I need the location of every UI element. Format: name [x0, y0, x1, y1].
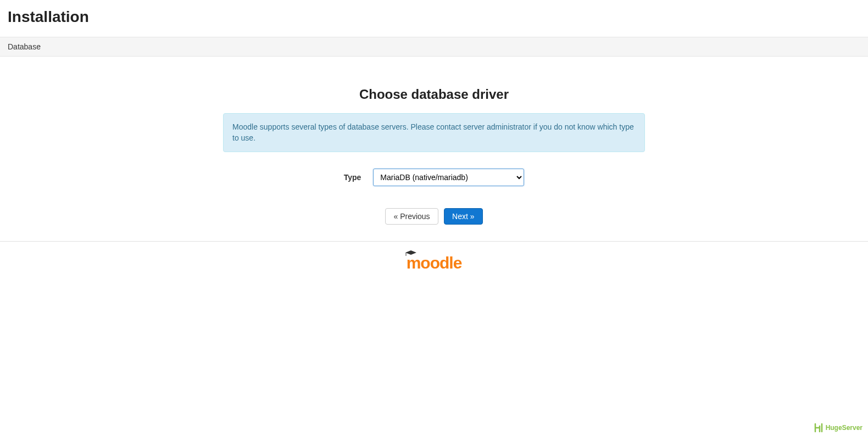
- breadcrumb-current: Database: [8, 42, 41, 51]
- page-header: Installation: [0, 0, 868, 37]
- button-row: « Previous Next »: [223, 208, 645, 225]
- type-label: Type: [344, 173, 361, 182]
- next-button[interactable]: Next »: [444, 208, 482, 225]
- page-title: Installation: [8, 8, 860, 26]
- info-alert: Moodle supports several types of databas…: [223, 113, 645, 152]
- info-message: Moodle supports several types of databas…: [232, 122, 634, 142]
- main-heading: Choose database driver: [223, 87, 645, 102]
- database-type-select[interactable]: MariaDB (native/mariadb): [373, 169, 524, 186]
- breadcrumb: Database: [0, 37, 868, 57]
- main-content: Choose database driver Moodle supports s…: [216, 87, 652, 225]
- graduation-cap-icon: [405, 250, 416, 256]
- footer-logo: m oodle: [0, 242, 868, 284]
- moodle-logo[interactable]: m oodle: [407, 254, 462, 272]
- form-row-type: Type MariaDB (native/mariadb): [223, 169, 645, 186]
- previous-button[interactable]: « Previous: [385, 208, 438, 225]
